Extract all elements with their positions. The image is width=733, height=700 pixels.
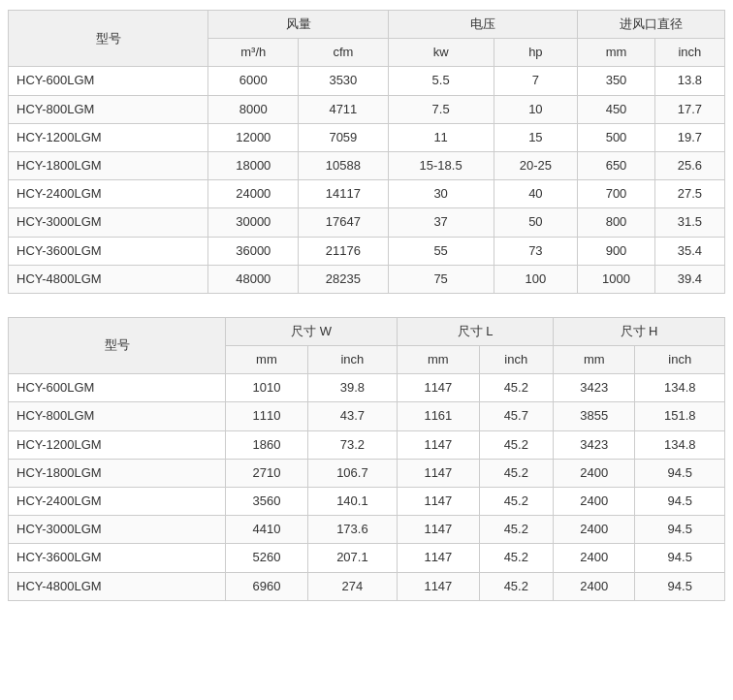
t2-winch-cell: 173.6 (307, 516, 398, 544)
t1-group-inlet: 进风口直径 (578, 11, 725, 39)
t2-linch-cell: 45.2 (479, 488, 553, 516)
t1-model-cell: HCY-4800LGM (9, 265, 208, 293)
t1-cfm-cell: 4711 (299, 95, 389, 123)
table1: 型号 风量 电压 进风口直径 m³/h cfm kw hp mm inch HC… (8, 10, 725, 294)
t2-wmm-cell: 6960 (226, 572, 307, 600)
table-row: HCY-600LGM 1010 39.8 1147 45.2 3423 134.… (9, 374, 725, 402)
t2-lmm-cell: 1147 (398, 488, 479, 516)
t1-group-voltage: 电压 (388, 11, 578, 39)
t1-sub-kw: kw (388, 39, 494, 67)
t2-group-w: 尺寸 W (226, 317, 398, 345)
table-row: HCY-3600LGM 5260 207.1 1147 45.2 2400 94… (9, 544, 725, 572)
t1-m3h-cell: 30000 (208, 208, 299, 237)
t2-hinch-cell: 151.8 (635, 402, 725, 430)
t2-hinch-cell: 94.5 (635, 516, 725, 544)
t2-hinch-cell: 94.5 (635, 544, 725, 572)
t1-model-cell: HCY-3000LGM (9, 208, 208, 237)
t2-wmm-cell: 1010 (226, 374, 307, 402)
t2-hmm-cell: 2400 (554, 516, 635, 544)
t2-lmm-cell: 1147 (398, 374, 479, 402)
t1-hp-cell: 15 (494, 123, 578, 151)
t1-inch-cell: 27.5 (654, 180, 724, 208)
t1-sub-m3h: m³/h (208, 39, 299, 67)
t2-hmm-cell: 2400 (554, 488, 635, 516)
t1-m3h-cell: 36000 (208, 237, 299, 265)
t1-kw-cell: 11 (388, 123, 494, 151)
t2-wmm-cell: 1860 (226, 430, 307, 459)
t2-model-cell: HCY-2400LGM (9, 488, 226, 516)
t1-kw-cell: 75 (388, 265, 494, 293)
table2: 型号 尺寸 W 尺寸 L 尺寸 H mm inch mm inch mm inc… (8, 317, 725, 601)
t1-mm-cell: 900 (578, 237, 655, 265)
t2-model-cell: HCY-3000LGM (9, 516, 226, 544)
table-row: HCY-1200LGM 1860 73.2 1147 45.2 3423 134… (9, 430, 725, 459)
t2-model-cell: HCY-1200LGM (9, 430, 226, 459)
t1-inch-cell: 19.7 (654, 123, 724, 151)
t1-sub-hp: hp (494, 39, 578, 67)
t2-linch-cell: 45.2 (479, 516, 553, 544)
t2-wmm-cell: 4410 (226, 516, 307, 544)
t2-winch-cell: 106.7 (307, 459, 398, 487)
t1-inch-cell: 25.6 (654, 151, 724, 179)
t2-winch-cell: 140.1 (307, 488, 398, 516)
t1-kw-cell: 5.5 (388, 67, 494, 95)
t1-inch-cell: 31.5 (654, 208, 724, 237)
t2-linch-cell: 45.2 (479, 459, 553, 487)
t2-linch-cell: 45.2 (479, 430, 553, 459)
t1-model-header: 型号 (9, 11, 208, 67)
t1-kw-cell: 30 (388, 180, 494, 208)
t1-kw-cell: 15-18.5 (388, 151, 494, 179)
t2-group-l: 尺寸 L (398, 317, 554, 345)
t2-wmm-cell: 3560 (226, 488, 307, 516)
t2-lmm-cell: 1147 (398, 572, 479, 600)
table-row: HCY-3000LGM 30000 17647 37 50 800 31.5 (9, 208, 725, 237)
t2-lmm-cell: 1147 (398, 430, 479, 459)
table-row: HCY-800LGM 1110 43.7 1161 45.7 3855 151.… (9, 402, 725, 430)
t2-sub-hinch: inch (635, 346, 725, 374)
t2-sub-wmm: mm (226, 346, 307, 374)
t2-winch-cell: 207.1 (307, 544, 398, 572)
t1-model-cell: HCY-2400LGM (9, 180, 208, 208)
t1-inch-cell: 17.7 (654, 95, 724, 123)
t2-model-cell: HCY-600LGM (9, 374, 226, 402)
t2-hinch-cell: 94.5 (635, 459, 725, 487)
t1-mm-cell: 350 (578, 67, 655, 95)
t2-sub-hmm: mm (554, 346, 635, 374)
t1-m3h-cell: 8000 (208, 95, 299, 123)
t2-hmm-cell: 2400 (554, 572, 635, 600)
t2-sub-linch: inch (479, 346, 553, 374)
table-row: HCY-3600LGM 36000 21176 55 73 900 35.4 (9, 237, 725, 265)
table-row: HCY-2400LGM 24000 14117 30 40 700 27.5 (9, 180, 725, 208)
t2-model-cell: HCY-4800LGM (9, 572, 226, 600)
t2-lmm-cell: 1147 (398, 459, 479, 487)
t1-sub-cfm: cfm (299, 39, 389, 67)
t2-hmm-cell: 2400 (554, 544, 635, 572)
t1-kw-cell: 37 (388, 208, 494, 237)
t1-group-fanflow: 风量 (208, 11, 388, 39)
t2-model-cell: HCY-1800LGM (9, 459, 226, 487)
t1-hp-cell: 10 (494, 95, 578, 123)
t1-model-cell: HCY-600LGM (9, 67, 208, 95)
t1-sub-mm: mm (578, 39, 655, 67)
t2-lmm-cell: 1147 (398, 544, 479, 572)
t1-sub-inch: inch (654, 39, 724, 67)
t1-hp-cell: 100 (494, 265, 578, 293)
t1-model-cell: HCY-1200LGM (9, 123, 208, 151)
table-row: HCY-4800LGM 48000 28235 75 100 1000 39.4 (9, 265, 725, 293)
t1-mm-cell: 650 (578, 151, 655, 179)
t1-mm-cell: 700 (578, 180, 655, 208)
table-row: HCY-3000LGM 4410 173.6 1147 45.2 2400 94… (9, 516, 725, 544)
t1-kw-cell: 55 (388, 237, 494, 265)
t1-kw-cell: 7.5 (388, 95, 494, 123)
t1-mm-cell: 500 (578, 123, 655, 151)
t2-sub-winch: inch (307, 346, 398, 374)
t1-model-cell: HCY-3600LGM (9, 237, 208, 265)
t2-model-cell: HCY-3600LGM (9, 544, 226, 572)
t1-cfm-cell: 28235 (299, 265, 389, 293)
table-row: HCY-1800LGM 18000 10588 15-18.5 20-25 65… (9, 151, 725, 179)
t1-inch-cell: 13.8 (654, 67, 724, 95)
t1-cfm-cell: 14117 (299, 180, 389, 208)
table-row: HCY-2400LGM 3560 140.1 1147 45.2 2400 94… (9, 488, 725, 516)
t2-sub-lmm: mm (398, 346, 479, 374)
table-row: HCY-1200LGM 12000 7059 11 15 500 19.7 (9, 123, 725, 151)
